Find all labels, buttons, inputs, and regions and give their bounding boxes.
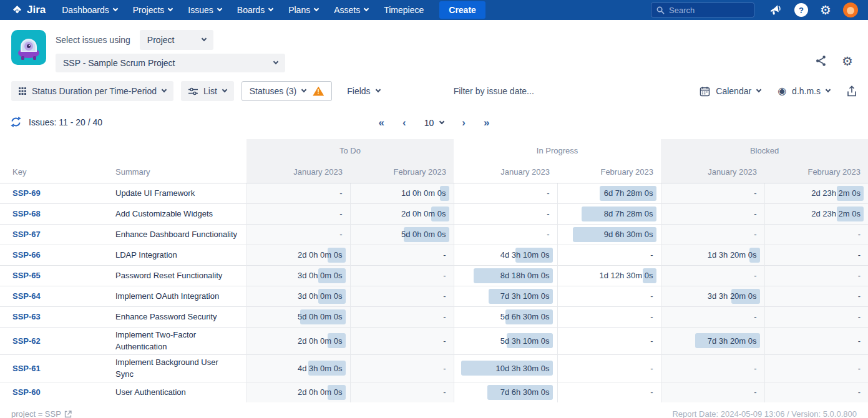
- issue-key-link[interactable]: SSP-66: [12, 250, 41, 260]
- nav-item-issues[interactable]: Issues: [188, 5, 221, 15]
- admin-gear-icon[interactable]: ⚙: [820, 4, 831, 16]
- duration-value: -: [858, 250, 861, 260]
- jira-logo[interactable]: Jira: [11, 4, 46, 16]
- duration-cell: -: [764, 224, 868, 245]
- chevron-down-icon: [301, 87, 306, 92]
- duration-value: 5d 3h 10m 0s: [500, 336, 550, 346]
- issue-date-filter[interactable]: Filter by issue date...: [454, 86, 534, 96]
- duration-cell: -: [246, 224, 350, 245]
- duration-value: -: [443, 250, 446, 260]
- issue-key-cell: SSP-65: [0, 265, 115, 286]
- project-select-value: SSP - Sample Scrum Project: [63, 58, 175, 68]
- duration-cell: 2d 0h 0m 0s: [246, 245, 350, 265]
- issue-key-link[interactable]: SSP-62: [12, 336, 41, 346]
- duration-value: 9d 6h 30m 0s: [604, 230, 653, 239]
- refresh-icon[interactable]: [10, 116, 22, 128]
- search-box[interactable]: [651, 2, 754, 17]
- next-page-button[interactable]: ›: [462, 114, 466, 132]
- search-input[interactable]: [669, 6, 749, 15]
- duration-cell: -: [557, 327, 661, 354]
- issue-source-select[interactable]: Project: [140, 30, 213, 50]
- fields-select[interactable]: Fields: [339, 81, 387, 101]
- statuses-select[interactable]: Statuses (3): [241, 81, 332, 101]
- page-size-select[interactable]: 10: [424, 118, 444, 128]
- share-icon[interactable]: [815, 55, 827, 67]
- issue-key-link[interactable]: SSP-65: [12, 271, 41, 280]
- report-header: Select issues using Project SSP - Sample…: [0, 20, 868, 72]
- sliders-icon: [188, 87, 198, 95]
- first-page-button[interactable]: «: [379, 114, 384, 132]
- nav-item-timepiece[interactable]: Timepiece: [384, 5, 424, 15]
- chevron-down-icon: [364, 6, 369, 11]
- table-row: SSP-69Update UI Framework-1d 0h 0m 0s-6d…: [0, 183, 868, 203]
- report-type-value: Status Duration per Time-Period: [32, 86, 157, 96]
- nav-item-boards[interactable]: Boards: [237, 5, 273, 15]
- duration-value: -: [443, 271, 446, 280]
- issue-key-cell: SSP-62: [0, 327, 115, 354]
- duration-value: -: [443, 291, 446, 301]
- nav-item-projects[interactable]: Projects: [133, 5, 173, 15]
- duration-cell: -: [764, 354, 868, 382]
- duration-value: 2d 23h 2m 0s: [811, 188, 861, 198]
- month-column-header: February 2023: [350, 162, 454, 183]
- jql-link[interactable]: project = SSP: [11, 409, 72, 418]
- duration-value: -: [443, 387, 446, 397]
- issue-key-link[interactable]: SSP-63: [12, 312, 41, 321]
- nav-icons: ? ⚙: [769, 2, 858, 17]
- duration-value: 7d 3h 20m 0s: [708, 336, 757, 346]
- duration-value: 1d 3h 20m 0s: [708, 250, 757, 260]
- chevron-down-icon: [439, 119, 444, 124]
- duration-cell: -: [661, 183, 764, 203]
- column-group-in-progress: In Progress: [454, 139, 661, 162]
- duration-value: -: [754, 364, 756, 373]
- duration-value: 7d 3h 10m 0s: [500, 291, 550, 301]
- report-type-select[interactable]: Status Duration per Time-Period: [11, 81, 173, 101]
- duration-value: 2d 0h 0m 0s: [401, 209, 446, 218]
- last-page-button[interactable]: »: [484, 114, 489, 132]
- announcement-icon[interactable]: [769, 4, 783, 16]
- duration-cell: 1d 0h 0m 0s: [350, 183, 454, 203]
- view-select[interactable]: List: [181, 81, 234, 101]
- duration-value: 4d 3h 10m 0s: [500, 250, 550, 260]
- issue-key-link[interactable]: SSP-67: [12, 230, 41, 239]
- issue-key-link[interactable]: SSP-68: [12, 209, 41, 218]
- chevron-down-icon: [756, 87, 761, 92]
- duration-value: -: [339, 209, 342, 218]
- external-link-icon: [64, 411, 72, 418]
- project-select[interactable]: SSP - Sample Scrum Project: [56, 54, 285, 72]
- duration-cell: -: [557, 306, 661, 327]
- column-group-todo: To Do: [246, 139, 454, 162]
- duration-value: -: [650, 250, 653, 260]
- duration-value: 10d 3h 30m 0s: [495, 364, 549, 373]
- chevron-down-icon: [268, 6, 273, 11]
- duration-value: 2d 23h 2m 0s: [811, 209, 861, 218]
- issue-key-link[interactable]: SSP-64: [12, 291, 41, 301]
- issue-key-link[interactable]: SSP-61: [12, 364, 41, 373]
- prev-page-button[interactable]: ‹: [402, 114, 406, 132]
- duration-value: -: [547, 230, 549, 239]
- issue-key-link[interactable]: SSP-69: [12, 188, 41, 198]
- issue-key-link[interactable]: SSP-60: [12, 387, 41, 397]
- duration-value: -: [754, 312, 756, 321]
- duration-value: -: [754, 271, 756, 280]
- duration-cell: -: [764, 265, 868, 286]
- nav-item-dashboards[interactable]: Dashboards: [62, 5, 117, 15]
- report-settings-icon[interactable]: ⚙: [842, 55, 853, 67]
- duration-cell: 7d 3h 10m 0s: [454, 286, 557, 306]
- duration-cell: 3d 3h 20m 0s: [661, 286, 764, 306]
- duration-cell: 1d 3h 20m 0s: [661, 245, 764, 265]
- chevron-down-icon: [375, 87, 380, 92]
- duration-cell: 10d 3h 30m 0s: [454, 354, 557, 382]
- export-icon[interactable]: [847, 85, 857, 97]
- nav-item-assets[interactable]: Assets: [334, 5, 368, 15]
- create-button[interactable]: Create: [439, 1, 485, 19]
- user-avatar[interactable]: [843, 2, 858, 17]
- duration-format-select[interactable]: ◉ d.h.m.s: [778, 86, 830, 96]
- issue-summary-cell: User Authentication: [115, 382, 246, 402]
- help-icon[interactable]: ?: [794, 3, 808, 17]
- duration-cell: -: [350, 286, 454, 306]
- chevron-down-icon: [314, 6, 319, 11]
- calendar-select[interactable]: Calendar: [700, 86, 761, 97]
- nav-item-plans[interactable]: Plans: [288, 5, 318, 15]
- format-value: d.h.m.s: [792, 86, 821, 96]
